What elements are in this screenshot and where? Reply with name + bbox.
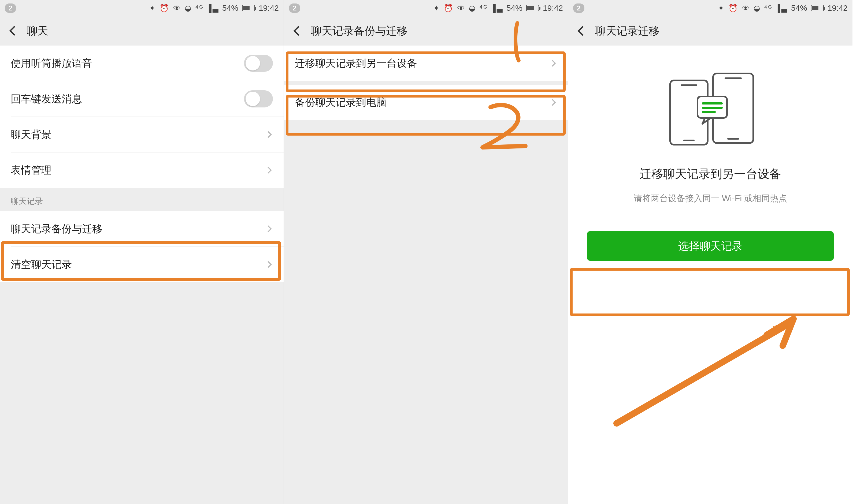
wifi-icon: ◒ xyxy=(469,4,476,12)
page-title: 聊天 xyxy=(27,23,48,38)
app-header: 聊天 xyxy=(0,16,284,46)
app-header: 聊天记录备份与迁移 xyxy=(284,16,568,46)
signal-icon: ▐▃ xyxy=(490,4,504,12)
chevron-right-icon xyxy=(265,226,271,232)
status-time: 19:42 xyxy=(259,3,279,13)
row-chat-background[interactable]: 聊天背景 xyxy=(0,117,284,152)
page-title: 聊天记录备份与迁移 xyxy=(311,23,407,38)
bluetooth-icon: ✦ xyxy=(149,4,156,12)
bluetooth-icon: ✦ xyxy=(718,4,725,12)
notification-count-badge: 2 xyxy=(289,3,300,13)
row-label: 聊天记录备份与迁移 xyxy=(11,222,266,236)
row-clear-chat-history[interactable]: 清空聊天记录 xyxy=(0,247,284,282)
battery-icon xyxy=(242,5,255,11)
network-label: 4G xyxy=(764,4,773,10)
chevron-right-icon xyxy=(265,261,271,268)
chevron-right-icon xyxy=(549,60,556,67)
status-time: 19:42 xyxy=(543,3,563,13)
toggle-switch[interactable] xyxy=(244,90,273,107)
battery-percent: 54% xyxy=(507,3,522,13)
chevron-right-icon xyxy=(265,131,271,138)
eye-care-icon: 👁 xyxy=(742,4,751,12)
row-label: 表情管理 xyxy=(11,163,266,177)
signal-icon: ▐▃ xyxy=(775,4,788,12)
row-label: 备份聊天记录到电脑 xyxy=(295,96,550,109)
back-icon[interactable] xyxy=(294,26,303,36)
panel-1-chat-settings: 2 ✦ ⏰ 👁 ◒ 4G ▐▃ 54% 19:42 聊天 xyxy=(0,0,284,504)
status-icons-cluster: ✦ ⏰ 👁 ◒ 4G ▐▃ xyxy=(433,4,504,13)
alarm-icon: ⏰ xyxy=(444,4,454,12)
panel-3-migrate-chat: 2 ✦ ⏰ 👁 ◒ 4G ▐▃ 54% 19:42 聊天记录迁移 xyxy=(568,0,852,504)
network-label: 4G xyxy=(480,4,488,10)
chevron-right-icon xyxy=(549,99,556,106)
hero-subtitle: 请将两台设备接入同一 Wi-Fi 或相同热点 xyxy=(634,193,787,204)
battery-icon xyxy=(526,5,539,11)
hero-title: 迁移聊天记录到另一台设备 xyxy=(640,166,781,182)
row-enter-to-send[interactable]: 回车键发送消息 xyxy=(0,81,284,116)
row-label: 清空聊天记录 xyxy=(11,258,266,271)
status-bar: 2 ✦ ⏰ 👁 ◒ 4G ▐▃ 54% 19:42 xyxy=(0,0,284,16)
eye-care-icon: 👁 xyxy=(173,4,182,12)
bluetooth-icon: ✦ xyxy=(433,4,441,12)
eye-care-icon: 👁 xyxy=(457,4,466,12)
row-backup-and-migrate[interactable]: 聊天记录备份与迁移 xyxy=(0,211,284,247)
battery-icon xyxy=(811,5,824,11)
chevron-right-icon xyxy=(265,167,271,173)
toggle-switch[interactable] xyxy=(244,55,273,72)
row-label: 回车键发送消息 xyxy=(11,92,244,106)
wifi-icon: ◒ xyxy=(185,4,192,12)
battery-percent: 54% xyxy=(222,3,238,13)
row-backup-to-pc[interactable]: 备份聊天记录到电脑 xyxy=(284,85,568,120)
status-icons-cluster: ✦ ⏰ 👁 ◒ 4G ▐▃ xyxy=(149,4,219,13)
select-chat-history-button[interactable]: 选择聊天记录 xyxy=(587,231,834,261)
row-sticker-management[interactable]: 表情管理 xyxy=(0,152,284,188)
wifi-icon: ◒ xyxy=(753,4,761,12)
button-label: 选择聊天记录 xyxy=(678,239,743,253)
row-earpiece-playback[interactable]: 使用听筒播放语音 xyxy=(0,46,284,81)
back-icon[interactable] xyxy=(10,26,19,36)
battery-percent: 54% xyxy=(791,3,807,13)
row-migrate-to-device[interactable]: 迁移聊天记录到另一台设备 xyxy=(284,46,568,81)
row-label: 使用听筒播放语音 xyxy=(11,56,244,70)
signal-icon: ▐▃ xyxy=(206,4,219,12)
row-label: 聊天背景 xyxy=(11,128,266,142)
status-bar: 2 ✦ ⏰ 👁 ◒ 4G ▐▃ 54% 19:42 xyxy=(568,0,852,16)
notification-count-badge: 2 xyxy=(5,3,16,13)
back-icon[interactable] xyxy=(578,26,588,36)
section-header-chat-history: 聊天记录 xyxy=(0,188,284,211)
network-label: 4G xyxy=(195,4,204,10)
alarm-icon: ⏰ xyxy=(728,4,739,12)
notification-count-badge: 2 xyxy=(573,3,584,13)
row-label: 迁移聊天记录到另一台设备 xyxy=(295,56,550,70)
status-icons-cluster: ✦ ⏰ 👁 ◒ 4G ▐▃ xyxy=(718,4,788,13)
app-header: 聊天记录迁移 xyxy=(568,16,852,46)
page-title: 聊天记录迁移 xyxy=(595,23,659,38)
migrate-illustration-icon xyxy=(662,67,759,153)
status-time: 19:42 xyxy=(828,3,848,13)
alarm-icon: ⏰ xyxy=(160,4,170,12)
panel-2-backup-migrate: 2 ✦ ⏰ 👁 ◒ 4G ▐▃ 54% 19:42 聊天记录备份与迁移 xyxy=(284,0,568,504)
status-bar: 2 ✦ ⏰ 👁 ◒ 4G ▐▃ 54% 19:42 xyxy=(284,0,568,16)
